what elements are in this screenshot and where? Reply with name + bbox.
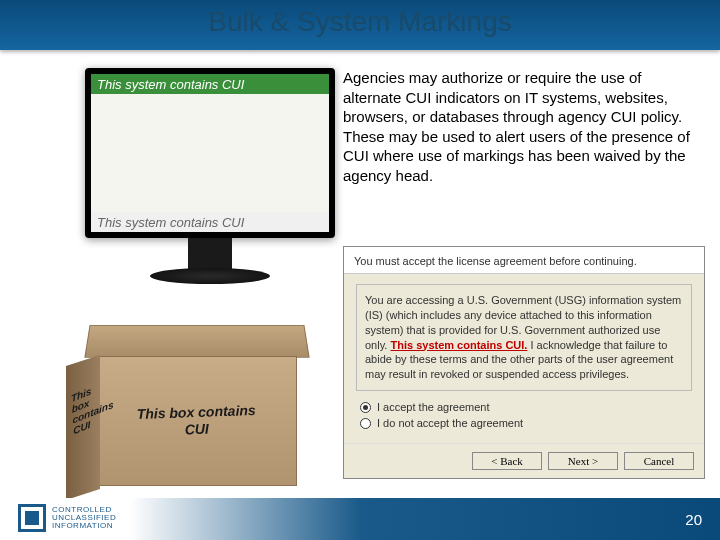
dialog-cui-highlight: This system contains CUI. — [390, 339, 527, 351]
radio-icon — [360, 402, 371, 413]
radio-reject[interactable]: I do not accept the agreement — [360, 417, 692, 429]
box-front-label: This box containsCUI — [137, 402, 257, 440]
monitor-bottom-banner: This system contains CUI — [91, 212, 329, 232]
page-number: 20 — [685, 511, 702, 528]
cui-logo: CONTROLLED UNCLASSIFIED INFORMATION — [18, 504, 116, 532]
dialog-agreement-text: You are accessing a U.S. Government (USG… — [356, 284, 692, 391]
monitor-top-banner: This system contains CUI — [91, 74, 329, 94]
cui-logo-icon — [18, 504, 46, 532]
next-button[interactable]: Next > — [548, 452, 618, 470]
cancel-button[interactable]: Cancel — [624, 452, 694, 470]
back-button[interactable]: < Back — [472, 452, 542, 470]
dialog-instruction: You must accept the license agreement be… — [344, 247, 704, 274]
license-dialog: You must accept the license agreement be… — [343, 246, 705, 479]
slide-title: Bulk & System Markings — [0, 6, 720, 38]
radio-accept[interactable]: I accept the agreement — [360, 401, 692, 413]
storage-box-illustration: This box contains CUI This box containsC… — [82, 322, 312, 486]
monitor-illustration: This system contains CUI This system con… — [85, 68, 335, 284]
slide-body-text: Agencies may authorize or require the us… — [343, 68, 693, 185]
radio-icon — [360, 418, 371, 429]
